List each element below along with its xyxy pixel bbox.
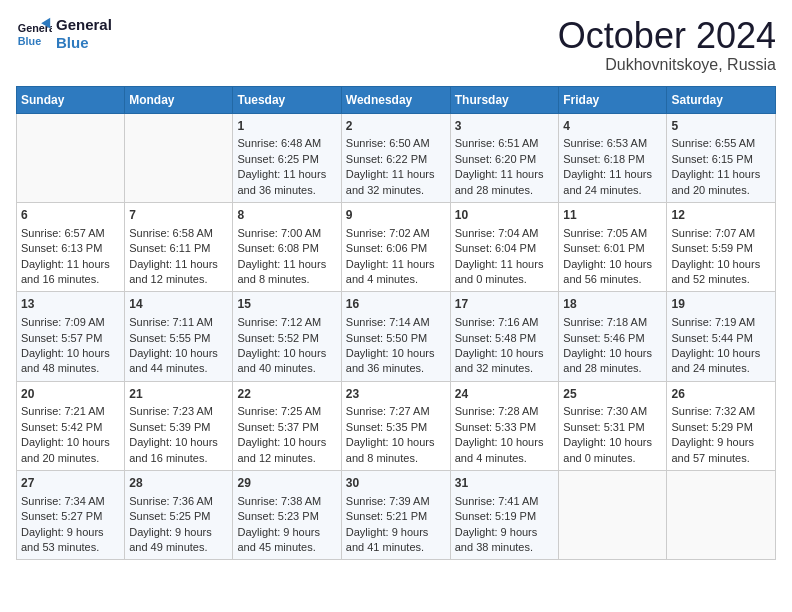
calendar-cell: 16Sunrise: 7:14 AMSunset: 5:50 PMDayligh… [341,292,450,381]
daylight-text: Daylight: 10 hours and 8 minutes. [346,435,446,466]
sunset-text: Sunset: 5:19 PM [455,509,555,524]
sunrise-text: Sunrise: 7:14 AM [346,315,446,330]
sunset-text: Sunset: 6:22 PM [346,152,446,167]
daylight-text: Daylight: 10 hours and 44 minutes. [129,346,228,377]
calendar-cell: 27Sunrise: 7:34 AMSunset: 5:27 PMDayligh… [17,471,125,560]
sunrise-text: Sunrise: 7:05 AM [563,226,662,241]
sunset-text: Sunset: 5:29 PM [671,420,771,435]
day-number: 23 [346,386,446,403]
sunrise-text: Sunrise: 6:50 AM [346,136,446,151]
day-number: 6 [21,207,120,224]
sunset-text: Sunset: 5:42 PM [21,420,120,435]
sunrise-text: Sunrise: 7:28 AM [455,404,555,419]
sunrise-text: Sunrise: 7:36 AM [129,494,228,509]
svg-text:Blue: Blue [18,35,41,47]
calendar-cell [125,113,233,202]
sunrise-text: Sunrise: 7:30 AM [563,404,662,419]
day-number: 22 [237,386,336,403]
sunrise-text: Sunrise: 7:41 AM [455,494,555,509]
calendar-cell: 9Sunrise: 7:02 AMSunset: 6:06 PMDaylight… [341,202,450,291]
day-number: 10 [455,207,555,224]
sunrise-text: Sunrise: 7:12 AM [237,315,336,330]
page-header: General Blue General Blue October 2024 D… [16,16,776,74]
sunrise-text: Sunrise: 6:57 AM [21,226,120,241]
sunrise-text: Sunrise: 7:21 AM [21,404,120,419]
calendar-cell: 23Sunrise: 7:27 AMSunset: 5:35 PMDayligh… [341,381,450,470]
daylight-text: Daylight: 10 hours and 16 minutes. [129,435,228,466]
sunset-text: Sunset: 6:08 PM [237,241,336,256]
day-number: 25 [563,386,662,403]
daylight-text: Daylight: 10 hours and 4 minutes. [455,435,555,466]
sunrise-text: Sunrise: 7:04 AM [455,226,555,241]
day-number: 18 [563,296,662,313]
daylight-text: Daylight: 11 hours and 20 minutes. [671,167,771,198]
header-day: Sunday [17,86,125,113]
sunset-text: Sunset: 5:59 PM [671,241,771,256]
calendar-cell: 31Sunrise: 7:41 AMSunset: 5:19 PMDayligh… [450,471,559,560]
calendar-table: SundayMondayTuesdayWednesdayThursdayFrid… [16,86,776,561]
calendar-cell: 19Sunrise: 7:19 AMSunset: 5:44 PMDayligh… [667,292,776,381]
daylight-text: Daylight: 10 hours and 56 minutes. [563,257,662,288]
daylight-text: Daylight: 11 hours and 0 minutes. [455,257,555,288]
daylight-text: Daylight: 10 hours and 52 minutes. [671,257,771,288]
calendar-week-row: 20Sunrise: 7:21 AMSunset: 5:42 PMDayligh… [17,381,776,470]
calendar-cell: 26Sunrise: 7:32 AMSunset: 5:29 PMDayligh… [667,381,776,470]
sunrise-text: Sunrise: 7:11 AM [129,315,228,330]
calendar-cell: 1Sunrise: 6:48 AMSunset: 6:25 PMDaylight… [233,113,341,202]
logo-icon: General Blue [16,16,52,52]
header-day: Thursday [450,86,559,113]
calendar-cell: 29Sunrise: 7:38 AMSunset: 5:23 PMDayligh… [233,471,341,560]
sunrise-text: Sunrise: 7:32 AM [671,404,771,419]
daylight-text: Daylight: 9 hours and 49 minutes. [129,525,228,556]
sunrise-text: Sunrise: 7:16 AM [455,315,555,330]
calendar-cell: 24Sunrise: 7:28 AMSunset: 5:33 PMDayligh… [450,381,559,470]
daylight-text: Daylight: 10 hours and 12 minutes. [237,435,336,466]
calendar-cell: 25Sunrise: 7:30 AMSunset: 5:31 PMDayligh… [559,381,667,470]
sunset-text: Sunset: 5:52 PM [237,331,336,346]
daylight-text: Daylight: 9 hours and 41 minutes. [346,525,446,556]
sunset-text: Sunset: 6:01 PM [563,241,662,256]
day-number: 26 [671,386,771,403]
day-number: 20 [21,386,120,403]
sunset-text: Sunset: 5:27 PM [21,509,120,524]
daylight-text: Daylight: 11 hours and 8 minutes. [237,257,336,288]
calendar-cell: 18Sunrise: 7:18 AMSunset: 5:46 PMDayligh… [559,292,667,381]
sunset-text: Sunset: 6:06 PM [346,241,446,256]
day-number: 11 [563,207,662,224]
daylight-text: Daylight: 11 hours and 36 minutes. [237,167,336,198]
daylight-text: Daylight: 10 hours and 0 minutes. [563,435,662,466]
daylight-text: Daylight: 10 hours and 48 minutes. [21,346,120,377]
calendar-cell [667,471,776,560]
day-number: 27 [21,475,120,492]
sunset-text: Sunset: 5:25 PM [129,509,228,524]
sunset-text: Sunset: 5:48 PM [455,331,555,346]
calendar-cell: 11Sunrise: 7:05 AMSunset: 6:01 PMDayligh… [559,202,667,291]
daylight-text: Daylight: 11 hours and 24 minutes. [563,167,662,198]
day-number: 21 [129,386,228,403]
sunrise-text: Sunrise: 6:58 AM [129,226,228,241]
day-number: 28 [129,475,228,492]
daylight-text: Daylight: 11 hours and 12 minutes. [129,257,228,288]
sunset-text: Sunset: 5:44 PM [671,331,771,346]
sunrise-text: Sunrise: 6:55 AM [671,136,771,151]
header-day: Wednesday [341,86,450,113]
sunset-text: Sunset: 5:55 PM [129,331,228,346]
header-day: Saturday [667,86,776,113]
day-number: 9 [346,207,446,224]
calendar-cell: 28Sunrise: 7:36 AMSunset: 5:25 PMDayligh… [125,471,233,560]
sunrise-text: Sunrise: 6:53 AM [563,136,662,151]
calendar-cell: 6Sunrise: 6:57 AMSunset: 6:13 PMDaylight… [17,202,125,291]
sunset-text: Sunset: 5:21 PM [346,509,446,524]
sunrise-text: Sunrise: 7:38 AM [237,494,336,509]
daylight-text: Daylight: 11 hours and 28 minutes. [455,167,555,198]
day-number: 3 [455,118,555,135]
sunrise-text: Sunrise: 7:27 AM [346,404,446,419]
calendar-cell: 2Sunrise: 6:50 AMSunset: 6:22 PMDaylight… [341,113,450,202]
calendar-cell: 14Sunrise: 7:11 AMSunset: 5:55 PMDayligh… [125,292,233,381]
daylight-text: Daylight: 11 hours and 32 minutes. [346,167,446,198]
sunset-text: Sunset: 5:35 PM [346,420,446,435]
location-title: Dukhovnitskoye, Russia [558,56,776,74]
sunset-text: Sunset: 5:31 PM [563,420,662,435]
sunrise-text: Sunrise: 7:34 AM [21,494,120,509]
sunset-text: Sunset: 5:23 PM [237,509,336,524]
